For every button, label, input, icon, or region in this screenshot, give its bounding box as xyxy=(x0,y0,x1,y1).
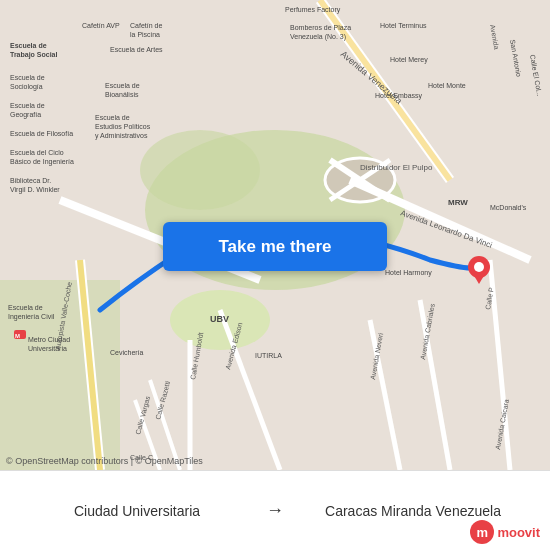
take-me-there-button[interactable]: Take me there xyxy=(163,222,387,271)
svg-text:Venezuela (No. 3): Venezuela (No. 3) xyxy=(290,33,346,41)
svg-text:Hotel Embassy: Hotel Embassy xyxy=(375,92,423,100)
svg-text:Universitaria: Universitaria xyxy=(28,345,67,352)
destination-label: Caracas Miranda Venezuela xyxy=(292,503,534,519)
svg-point-2 xyxy=(140,130,260,210)
svg-text:Hotel Harmony: Hotel Harmony xyxy=(385,269,432,277)
svg-text:Cafetín AVP: Cafetín AVP xyxy=(82,22,120,29)
svg-text:Escuela de: Escuela de xyxy=(8,304,43,311)
moovit-brand: m moovit xyxy=(470,520,540,544)
destination-pin xyxy=(468,256,490,284)
svg-text:Escuela de Filosofía: Escuela de Filosofía xyxy=(10,130,73,137)
svg-text:Bomberos de Plaza: Bomberos de Plaza xyxy=(290,24,351,31)
svg-text:Escuela de: Escuela de xyxy=(10,102,45,109)
svg-text:Metro Ciudad: Metro Ciudad xyxy=(28,336,70,343)
svg-text:M: M xyxy=(15,333,20,339)
svg-text:Escuela de: Escuela de xyxy=(10,74,45,81)
svg-text:y Administrativos: y Administrativos xyxy=(95,132,148,140)
svg-text:Trabajo Social: Trabajo Social xyxy=(10,51,58,59)
svg-text:Perfumes Factory: Perfumes Factory xyxy=(285,6,341,14)
svg-text:Escuela de: Escuela de xyxy=(10,42,47,49)
svg-text:Escuela del Ciclo: Escuela del Ciclo xyxy=(10,149,64,156)
svg-text:Escuela de: Escuela de xyxy=(95,114,130,121)
svg-text:la Piscina: la Piscina xyxy=(130,31,160,38)
svg-text:Escuela de Artes: Escuela de Artes xyxy=(110,46,163,53)
map-attribution: © OpenStreetMap contributors | © OpenMap… xyxy=(6,456,203,466)
svg-text:Básico de Ingeniería: Básico de Ingeniería xyxy=(10,158,74,166)
svg-text:Escuela de: Escuela de xyxy=(105,82,140,89)
svg-text:Estudios Políticos: Estudios Políticos xyxy=(95,123,151,130)
svg-text:Sociología: Sociología xyxy=(10,83,43,91)
map-container: Avenida Venezuela Avenida Acacias Avenid… xyxy=(0,0,550,470)
svg-text:Biblioteca Dr.: Biblioteca Dr. xyxy=(10,177,51,184)
svg-text:McDonald's: McDonald's xyxy=(490,204,527,211)
svg-text:Cevichería: Cevichería xyxy=(110,349,144,356)
svg-point-78 xyxy=(474,262,484,272)
svg-text:UBV: UBV xyxy=(210,314,229,324)
svg-text:Geografía: Geografía xyxy=(10,111,41,119)
arrow-icon: → xyxy=(266,500,284,521)
svg-text:MRW: MRW xyxy=(448,198,468,207)
moovit-logo-icon: m xyxy=(470,520,494,544)
svg-marker-79 xyxy=(473,274,485,284)
svg-text:Bioanálisis: Bioanálisis xyxy=(105,91,139,98)
svg-text:Hotel Merey: Hotel Merey xyxy=(390,56,428,64)
svg-text:Distribuidor El Pulpo: Distribuidor El Pulpo xyxy=(360,163,433,172)
moovit-logo-text: moovit xyxy=(497,525,540,540)
route-info: Ciudad Universitaria → Caracas Miranda V… xyxy=(16,500,534,521)
svg-text:Ingeniería Civil: Ingeniería Civil xyxy=(8,313,55,321)
origin-label: Ciudad Universitaria xyxy=(16,503,258,519)
bottom-bar: Ciudad Universitaria → Caracas Miranda V… xyxy=(0,470,550,550)
svg-text:Cafetín de: Cafetín de xyxy=(130,22,162,29)
svg-text:Virgil D. Winkler: Virgil D. Winkler xyxy=(10,186,60,194)
svg-text:IUTIRLA: IUTIRLA xyxy=(255,352,282,359)
svg-text:Hotel Terminus: Hotel Terminus xyxy=(380,22,427,29)
svg-text:Hotel Monte: Hotel Monte xyxy=(428,82,466,89)
